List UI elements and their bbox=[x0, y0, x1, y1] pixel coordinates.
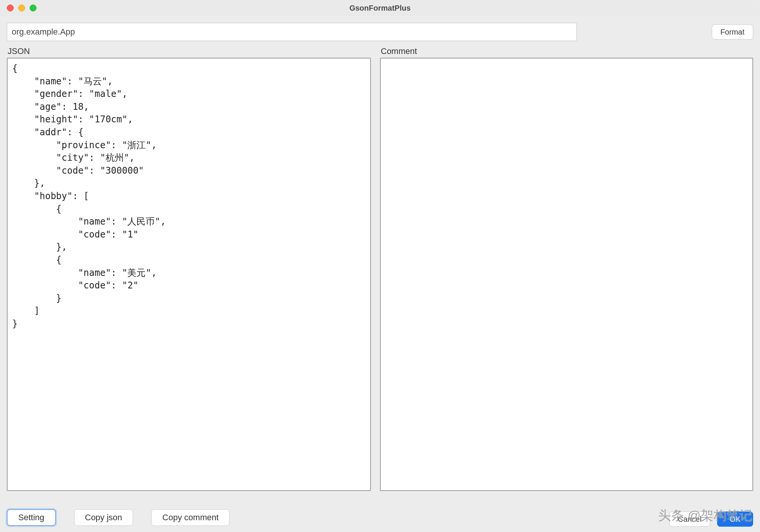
copy-comment-button[interactable]: Copy comment bbox=[151, 509, 230, 526]
close-icon[interactable] bbox=[7, 5, 14, 11]
maximize-icon[interactable] bbox=[30, 5, 36, 11]
labels-row: JSON Comment bbox=[0, 44, 760, 58]
dialog-actions: Cancel OK bbox=[669, 511, 753, 527]
cancel-button[interactable]: Cancel bbox=[669, 511, 710, 527]
editors-row: { "name": "马云", "gender": "male", "age":… bbox=[0, 58, 760, 504]
json-label: JSON bbox=[7, 44, 371, 58]
format-button[interactable]: Format bbox=[712, 24, 753, 40]
copy-json-button[interactable]: Copy json bbox=[74, 509, 133, 526]
top-row: Format bbox=[0, 16, 760, 44]
titlebar: GsonFormatPlus bbox=[0, 0, 760, 16]
window-title: GsonFormatPlus bbox=[0, 4, 760, 13]
minimize-icon[interactable] bbox=[18, 5, 25, 11]
setting-button[interactable]: Setting bbox=[7, 509, 56, 526]
ok-button[interactable]: OK bbox=[717, 511, 753, 527]
bottom-row: Setting Copy json Copy comment Cancel OK bbox=[0, 504, 760, 532]
comment-editor[interactable] bbox=[380, 58, 753, 491]
window-controls bbox=[0, 5, 36, 11]
dialog-window: GsonFormatPlus Format JSON Comment { "na… bbox=[0, 0, 760, 532]
comment-label: Comment bbox=[380, 44, 753, 58]
class-name-input[interactable] bbox=[7, 23, 577, 41]
json-editor[interactable]: { "name": "马云", "gender": "male", "age":… bbox=[7, 58, 371, 491]
